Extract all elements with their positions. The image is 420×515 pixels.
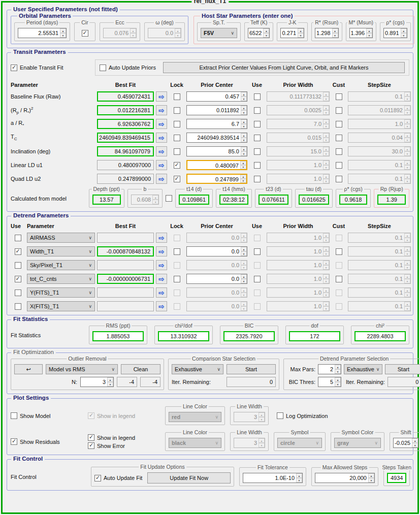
max-steps-spinner[interactable]: 20,000▲▼ xyxy=(315,473,375,483)
auto-update-priors-checkbox[interactable] xyxy=(100,65,106,71)
copy-best-fit-to-prior-button[interactable]: ⇨ xyxy=(156,274,167,284)
detrend-start-button[interactable]: Start xyxy=(385,364,420,374)
show-residuals[interactable]: Show Residuals xyxy=(11,438,83,445)
spinner-up-arrow[interactable]: ▲ xyxy=(296,473,302,478)
prior-use-checkbox[interactable] xyxy=(254,121,261,127)
host-star-field-spinner[interactable]: 6522▲▼ xyxy=(248,28,270,38)
period-spinner[interactable]: 2.55531▲▼ xyxy=(18,28,67,38)
detrend-cust-checkbox[interactable] xyxy=(336,276,342,282)
bic-thres-spinner[interactable]: 5▲▼ xyxy=(318,377,341,387)
show-residuals-checkbox[interactable] xyxy=(11,438,17,445)
shift-spinner[interactable]: -0.025▲▼ xyxy=(393,438,418,448)
detrend-use-checkbox[interactable] xyxy=(15,289,21,296)
prior-use-checkbox[interactable] xyxy=(254,148,261,155)
spinner-down-arrow[interactable]: ▼ xyxy=(298,33,304,38)
prior-use-checkbox[interactable] xyxy=(254,107,261,114)
spinner-up-arrow[interactable]: ▲ xyxy=(335,365,341,369)
spinner-down-arrow[interactable]: ▼ xyxy=(368,478,374,482)
detrend-prior-center-spinner[interactable]: 0.0▲▼ xyxy=(186,246,247,256)
spinner-down-arrow[interactable]: ▼ xyxy=(263,33,269,38)
copy-best-fit-to-prior-button[interactable]: ⇨ xyxy=(156,146,167,156)
auto-update-fit[interactable]: Auto Update Fit xyxy=(94,475,142,481)
log-optimization[interactable]: Log Optimization xyxy=(277,412,328,419)
prior-center-spinner[interactable]: 2460949.839514▲▼ xyxy=(186,133,247,143)
spinner-down-arrow[interactable]: ▼ xyxy=(60,33,66,38)
spinner-up-arrow[interactable]: ▲ xyxy=(241,92,247,96)
spinner-up-arrow[interactable]: ▲ xyxy=(401,28,407,33)
log-optimization-checkbox[interactable] xyxy=(277,412,283,419)
spinner-up-arrow[interactable]: ▲ xyxy=(241,274,247,279)
spinner-up-arrow[interactable]: ▲ xyxy=(298,28,304,33)
spinner-up-arrow[interactable]: ▲ xyxy=(263,28,269,33)
prior-use-checkbox[interactable] xyxy=(254,135,261,141)
enable-transit-fit[interactable]: Enable Transit Fit xyxy=(11,65,88,71)
copy-best-fit-to-prior-button[interactable]: ⇨ xyxy=(156,260,167,270)
show-error-checkbox[interactable] xyxy=(88,442,94,449)
show-model[interactable]: Show Model xyxy=(11,412,83,419)
cust-checkbox[interactable] xyxy=(336,148,342,155)
enable-transit-fit-checkbox[interactable] xyxy=(11,65,17,71)
spinner-down-arrow[interactable]: ▼ xyxy=(241,124,247,128)
undo-clean-button[interactable]: ↩ xyxy=(14,364,43,374)
max-pars-spinner[interactable]: 2▲▼ xyxy=(318,364,341,374)
copy-best-fit-to-prior-button[interactable]: ⇨ xyxy=(156,174,167,184)
copy-best-fit-to-prior-button[interactable]: ⇨ xyxy=(156,246,167,256)
spinner-down-arrow[interactable]: ▼ xyxy=(240,165,246,169)
spinner-up-arrow[interactable]: ▲ xyxy=(335,377,341,382)
spinner-down-arrow[interactable]: ▼ xyxy=(241,138,247,142)
detrend-param-dropdown[interactable]: AIRMASS∨ xyxy=(27,233,95,243)
spinner-down-arrow[interactable]: ▼ xyxy=(241,110,247,115)
copy-best-fit-to-prior-button[interactable]: ⇨ xyxy=(156,160,167,170)
host-star-field-spinner[interactable]: 0.271▲▼ xyxy=(280,28,304,38)
spinner-down-arrow[interactable]: ▼ xyxy=(401,33,407,38)
detrend-param-dropdown[interactable]: Sky/Pixel_T1∨ xyxy=(27,260,95,270)
spinner-up-arrow[interactable]: ▲ xyxy=(241,133,247,138)
spinner-down-arrow[interactable]: ▼ xyxy=(241,151,247,156)
lock-checkbox[interactable] xyxy=(174,107,180,114)
spinner-down-arrow[interactable]: ▼ xyxy=(240,179,246,183)
auto-update-fit-checkbox[interactable] xyxy=(94,475,101,481)
detrend-use-checkbox[interactable] xyxy=(15,303,21,310)
spinner-up-arrow[interactable]: ▲ xyxy=(107,377,113,382)
spinner-down-arrow[interactable]: ▼ xyxy=(241,96,247,101)
spinner-up-arrow[interactable]: ▲ xyxy=(368,473,374,478)
impact-param-lock-checkbox[interactable] xyxy=(166,195,172,202)
prior-center-spinner[interactable]: 0.011892▲▼ xyxy=(186,105,247,115)
detrend-use-checkbox[interactable] xyxy=(15,262,21,269)
comp-start-button[interactable]: Start xyxy=(227,364,276,374)
lock-checkbox[interactable] xyxy=(174,93,180,100)
prior-center-spinner[interactable]: 0.480097▲▼ xyxy=(186,160,247,170)
spinner-up-arrow[interactable]: ▲ xyxy=(332,28,338,33)
detrend-prior-use-checkbox[interactable] xyxy=(254,248,261,255)
copy-best-fit-to-prior-button[interactable]: ⇨ xyxy=(156,233,167,243)
detrend-param-dropdown[interactable]: Y(FITS)_T1∨ xyxy=(27,287,95,298)
spectral-type-dropdown[interactable]: F5V∨ xyxy=(201,28,237,38)
detrend-mode-dropdown[interactable]: Exhaustive∨ xyxy=(344,364,382,374)
prior-center-spinner[interactable]: 0.457▲▼ xyxy=(186,91,247,102)
prior-center-spinner[interactable]: 6.7▲▼ xyxy=(186,119,247,129)
copy-best-fit-to-prior-button[interactable]: ⇨ xyxy=(156,119,167,129)
detrend-lock-checkbox[interactable] xyxy=(174,276,180,282)
extract-priors-button[interactable]: Extract Prior Center Values From Light C… xyxy=(163,62,405,73)
detrend-param-dropdown[interactable]: tot_C_cnts∨ xyxy=(27,274,95,284)
host-star-field-spinner[interactable]: 0.891▲▼ xyxy=(383,28,407,38)
lock-checkbox[interactable] xyxy=(174,176,180,182)
spinner-up-arrow[interactable]: ▲ xyxy=(60,28,66,33)
lock-checkbox[interactable] xyxy=(174,148,180,155)
cust-checkbox[interactable] xyxy=(336,107,342,114)
host-star-field-spinner[interactable]: 1.298▲▼ xyxy=(315,28,339,38)
cust-checkbox[interactable] xyxy=(336,162,342,169)
spinner-down-arrow[interactable]: ▼ xyxy=(296,478,302,482)
spinner-up-arrow[interactable]: ▲ xyxy=(241,119,247,124)
residuals-show-in-legend-checkbox[interactable] xyxy=(88,434,94,441)
show-error[interactable]: Show Error xyxy=(88,442,160,449)
copy-best-fit-to-prior-button[interactable]: ⇨ xyxy=(156,287,167,298)
detrend-use-checkbox[interactable] xyxy=(15,276,21,282)
cust-checkbox[interactable] xyxy=(336,93,342,100)
fit-tolerance-spinner[interactable]: 1.0E-10▲▼ xyxy=(243,473,303,483)
detrend-use-checkbox[interactable] xyxy=(15,248,21,255)
spinner-down-arrow[interactable]: ▼ xyxy=(241,279,247,283)
spinner-down-arrow[interactable]: ▼ xyxy=(335,369,341,374)
copy-best-fit-to-prior-button[interactable]: ⇨ xyxy=(156,91,167,102)
prior-center-spinner[interactable]: 85.0▲▼ xyxy=(186,146,247,156)
